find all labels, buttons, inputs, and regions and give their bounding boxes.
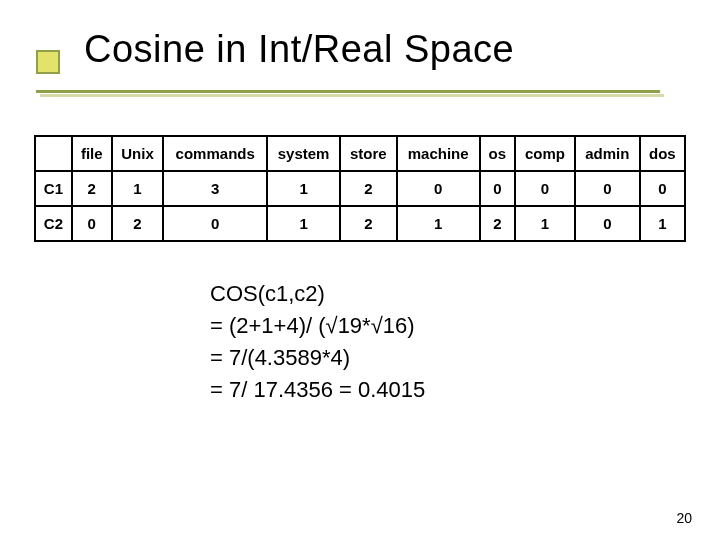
col-header: admin <box>575 136 640 171</box>
data-table-wrap: file Unix commands system store machine … <box>34 135 686 242</box>
page-number: 20 <box>676 510 692 526</box>
cell: 0 <box>480 171 515 206</box>
cell: 0 <box>575 171 640 206</box>
calc-line: = 7/ 17.4356 = 0.4015 <box>210 374 720 406</box>
col-header: file <box>72 136 112 171</box>
cell: 2 <box>72 171 112 206</box>
col-header: machine <box>397 136 480 171</box>
title-underline <box>36 90 660 93</box>
col-header: dos <box>640 136 685 171</box>
cell: 0 <box>163 206 267 241</box>
col-header: comp <box>515 136 575 171</box>
col-header: Unix <box>112 136 164 171</box>
cell: 2 <box>480 206 515 241</box>
cell: 1 <box>112 171 164 206</box>
title-area: Cosine in Int/Real Space <box>0 0 720 87</box>
cell: 0 <box>397 171 480 206</box>
title-underline-shadow <box>40 94 664 97</box>
col-header: os <box>480 136 515 171</box>
cell: 1 <box>397 206 480 241</box>
col-header: commands <box>163 136 267 171</box>
calc-line: = (2+1+4)/ (√19*√16) <box>210 310 720 342</box>
cell: 2 <box>340 206 396 241</box>
table-row: C2 0 2 0 1 2 1 2 1 0 1 <box>35 206 685 241</box>
cell: 3 <box>163 171 267 206</box>
row-label: C2 <box>35 206 72 241</box>
calc-line: COS(c1,c2) <box>210 278 720 310</box>
col-header: system <box>267 136 340 171</box>
table-header-row: file Unix commands system store machine … <box>35 136 685 171</box>
cell: 0 <box>640 171 685 206</box>
cell: 1 <box>515 206 575 241</box>
bullet-square-icon <box>36 50 60 74</box>
table-corner <box>35 136 72 171</box>
cell: 0 <box>72 206 112 241</box>
calculation-block: COS(c1,c2) = (2+1+4)/ (√19*√16) = 7/(4.3… <box>210 278 720 406</box>
slide: Cosine in Int/Real Space file Unix comma… <box>0 0 720 540</box>
cell: 0 <box>515 171 575 206</box>
cell: 1 <box>267 171 340 206</box>
row-label: C1 <box>35 171 72 206</box>
col-header: store <box>340 136 396 171</box>
cell: 2 <box>340 171 396 206</box>
cell: 1 <box>267 206 340 241</box>
cell: 1 <box>640 206 685 241</box>
table-row: C1 2 1 3 1 2 0 0 0 0 0 <box>35 171 685 206</box>
cell: 0 <box>575 206 640 241</box>
data-table: file Unix commands system store machine … <box>34 135 686 242</box>
cell: 2 <box>112 206 164 241</box>
page-title: Cosine in Int/Real Space <box>84 28 720 71</box>
calc-line: = 7/(4.3589*4) <box>210 342 720 374</box>
